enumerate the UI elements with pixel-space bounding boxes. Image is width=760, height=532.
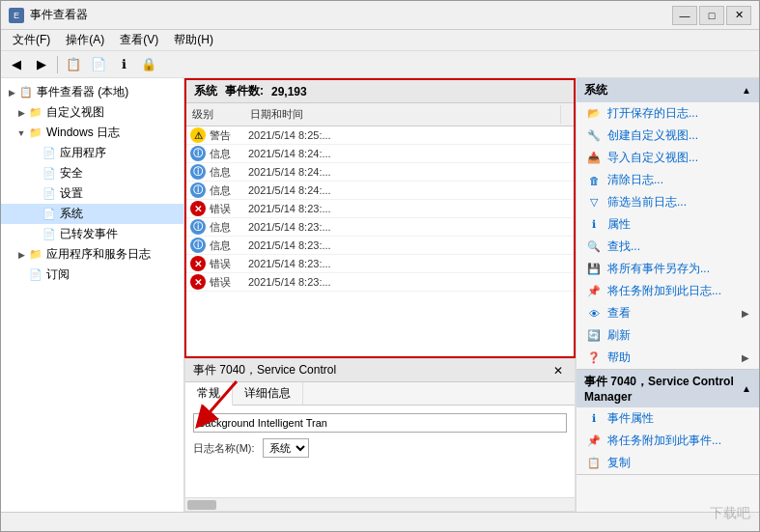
sidebar-item-system[interactable]: 📄 系统 [1, 204, 183, 224]
event-row[interactable]: ⓘ 信息 2021/5/14 8:23:... [186, 237, 574, 255]
menubar: 文件(F) 操作(A) 查看(V) 帮助(H) [1, 30, 759, 51]
right-action-0-9[interactable]: 👁 查看 ▶ [577, 302, 759, 324]
sidebar-item-subscriptions[interactable]: 📄 订阅 [1, 265, 183, 285]
collapse-icon-0: ▲ [742, 85, 751, 96]
right-panel: 系统▲ 📂 打开保存的日志... 🔧 创建自定义视图... 📥 导入自定义视图.… [576, 78, 759, 512]
scroll-thumb [187, 500, 216, 510]
sidebar-item-forwarded[interactable]: 📄 已转发事件 [1, 224, 183, 244]
event-row[interactable]: ⚠ 警告 2021/5/14 8:25:... [186, 126, 574, 145]
datetime-text: 2021/5/14 8:24:... [248, 166, 574, 178]
right-action-0-6[interactable]: 🔍 查找... [577, 236, 759, 258]
right-action-0-11[interactable]: ❓ 帮助 ▶ [577, 347, 759, 369]
event-list-header: 系统 事件数: 29,193 [186, 80, 574, 103]
sidebar-label-root: 事件查看器 (本地) [37, 84, 128, 100]
event-row[interactable]: ⓘ 信息 2021/5/14 8:24:... [186, 163, 574, 182]
action-label-0-1: 创建自定义视图... [607, 127, 698, 144]
tab-general[interactable]: 常规 [185, 382, 233, 406]
menu-help[interactable]: 帮助(H) [166, 30, 221, 50]
level-icon-error: ✕ [190, 274, 206, 290]
event-row[interactable]: ✕ 错误 2021/5/14 8:23:... [186, 255, 574, 273]
sidebar-item-app[interactable]: 📄 应用程序 [1, 143, 183, 163]
right-action-0-8[interactable]: 📌 将任务附加到此日志... [577, 280, 759, 302]
right-section-0: 系统▲ 📂 打开保存的日志... 🔧 创建自定义视图... 📥 导入自定义视图.… [577, 78, 759, 370]
action-icon-0-10: 🔄 [586, 328, 602, 344]
action-label-0-8: 将任务附加到此日志... [607, 283, 721, 299]
toolbar-btn-1[interactable]: 📋 [62, 54, 85, 75]
sidebar-label-customview: 自定义视图 [46, 104, 104, 121]
right-action-0-4[interactable]: ▽ 筛选当前日志... [577, 191, 759, 213]
system-icon: 📄 [42, 207, 57, 222]
datetime-text: 2021/5/14 8:24:... [248, 184, 574, 196]
root-icon: 📋 [18, 85, 34, 100]
app-icon: E [9, 8, 24, 23]
menu-file[interactable]: 文件(F) [5, 30, 58, 50]
menu-action[interactable]: 操作(A) [58, 30, 112, 50]
sidebar-item-appsvclogs[interactable]: ▶ 📁 应用程序和服务日志 [1, 244, 183, 265]
right-action-1-2[interactable]: 📋 复制 [577, 452, 759, 474]
action-icon-0-11: ❓ [586, 350, 602, 366]
toolbar-btn-2[interactable]: 📄 [87, 54, 110, 75]
detail-title: 事件 7040，Service Control [193, 362, 336, 378]
main-window: E 事件查看器 — □ ✕ 文件(F) 操作(A) 查看(V) 帮助(H) ◀ … [0, 0, 760, 532]
tab-detail[interactable]: 详细信息 [233, 382, 303, 405]
action-label-0-11: 帮助 [607, 350, 631, 366]
right-section-header-1[interactable]: 事件 7040，Service Control Manager▲ [577, 370, 759, 407]
security-icon: 📄 [42, 166, 57, 182]
close-button[interactable]: ✕ [726, 6, 751, 25]
toolbar-btn-3[interactable]: ℹ [112, 54, 135, 75]
forward-button[interactable]: ▶ [30, 54, 53, 75]
action-icon-1-2: 📋 [586, 456, 602, 471]
level-icon-info: ⓘ [190, 182, 206, 198]
action-label-1-0: 事件属性 [607, 410, 654, 427]
right-action-1-1[interactable]: 📌 将任务附加到此事件... [577, 430, 759, 452]
right-action-0-0[interactable]: 📂 打开保存的日志... [577, 102, 759, 125]
right-action-0-7[interactable]: 💾 将所有事件另存为... [577, 258, 759, 280]
event-row[interactable]: ✕ 错误 2021/5/14 8:23:... [186, 273, 574, 292]
right-action-0-5[interactable]: ℹ 属性 [577, 213, 759, 236]
sidebar-label-winlogs: Windows 日志 [46, 125, 120, 141]
detail-close-button[interactable]: ✕ [549, 364, 567, 378]
menu-view[interactable]: 查看(V) [112, 30, 166, 50]
right-action-0-1[interactable]: 🔧 创建自定义视图... [577, 125, 759, 147]
back-button[interactable]: ◀ [5, 54, 28, 75]
right-section-title-0: 系统 [584, 82, 607, 98]
action-icon-0-8: 📌 [586, 284, 602, 299]
datetime-text: 2021/5/14 8:23:... [248, 258, 574, 269]
minimize-button[interactable]: — [672, 6, 697, 25]
detail-log-field: 日志名称(M): 系统 [193, 438, 567, 458]
detail-tabs: 常规 详细信息 [185, 382, 575, 406]
right-section-header-0[interactable]: 系统▲ [577, 78, 759, 102]
right-action-0-10[interactable]: 🔄 刷新 [577, 324, 759, 347]
action-icon-0-2: 📥 [586, 151, 602, 166]
level-icon-info: ⓘ [190, 238, 206, 253]
event-count-label: 事件数: [225, 83, 264, 99]
main-content: ▶ 📋 事件查看器 (本地) ▶ 📁 自定义视图 ▼ 📁 Windows 日志 … [1, 78, 759, 512]
sidebar-item-setup[interactable]: 📄 设置 [1, 183, 183, 204]
event-row[interactable]: ⓘ 信息 2021/5/14 8:24:... [186, 145, 574, 163]
action-icon-0-1: 🔧 [586, 128, 602, 144]
col-header-datetime: 日期和时间 [244, 105, 560, 124]
sidebar-item-root[interactable]: ▶ 📋 事件查看器 (本地) [1, 82, 183, 102]
level-text: 错误 [210, 257, 248, 271]
toolbar-btn-4[interactable]: 🔒 [137, 54, 160, 75]
sidebar-item-customview[interactable]: ▶ 📁 自定义视图 [1, 102, 183, 123]
horizontal-scrollbar[interactable] [185, 497, 575, 511]
right-action-0-2[interactable]: 📥 导入自定义视图... [577, 147, 759, 169]
sidebar-item-security[interactable]: 📄 安全 [1, 163, 183, 183]
maximize-button[interactable]: □ [699, 6, 724, 25]
sidebar-label-setup: 设置 [60, 185, 83, 202]
expand-icon-appsvclogs: ▶ [14, 250, 28, 260]
level-icon-error: ✕ [190, 256, 206, 271]
event-row[interactable]: ✕ 错误 2021/5/14 8:23:... [186, 200, 574, 218]
event-row[interactable]: ⓘ 信息 2021/5/14 8:23:... [186, 218, 574, 237]
event-row[interactable]: ⓘ 信息 2021/5/14 8:24:... [186, 182, 574, 200]
level-text: 警告 [210, 128, 248, 143]
event-rows[interactable]: ⚠ 警告 2021/5/14 8:25:... ⓘ 信息 2021/5/14 8… [186, 126, 574, 334]
log-select[interactable]: 系统 [263, 438, 309, 458]
service-name-input[interactable] [193, 413, 567, 433]
right-action-1-0[interactable]: ℹ 事件属性 [577, 407, 759, 430]
right-action-0-3[interactable]: 🗑 清除日志... [577, 169, 759, 191]
level-text: 信息 [210, 220, 248, 235]
sidebar-item-winlogs[interactable]: ▼ 📁 Windows 日志 [1, 123, 183, 143]
level-text: 信息 [210, 238, 248, 253]
